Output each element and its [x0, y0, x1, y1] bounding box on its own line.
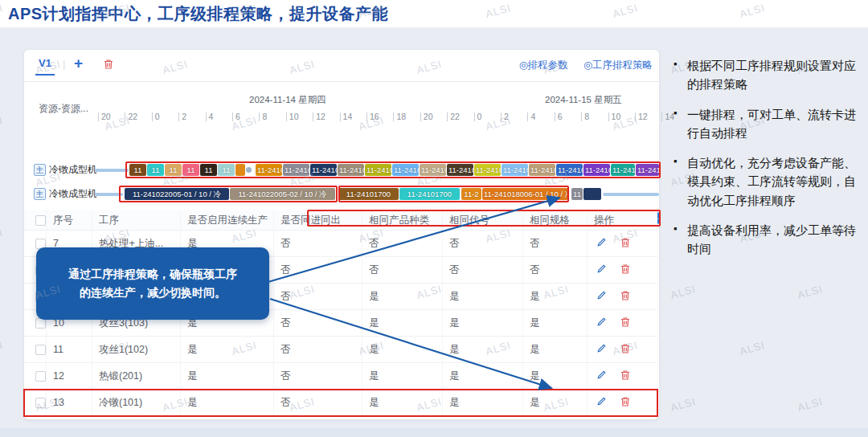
gantt-bar[interactable]: 11	[200, 164, 217, 176]
table-cell: 是	[362, 310, 443, 336]
edit-button[interactable]	[596, 343, 607, 357]
scheduling-panel: V1 | + ◎排程参数 ◎工序排程策略 资源-资源... 2024-11-14…	[24, 50, 659, 419]
callout-line2: 的连续生产，减少切换时间。	[36, 284, 269, 302]
gantt-tick-label: 10	[608, 112, 621, 121]
watermark-text: ALSI	[0, 339, 5, 357]
gantt-bar[interactable]: 11-24101	[310, 164, 337, 176]
gantt-bar[interactable]: 11	[165, 164, 182, 176]
edit-button[interactable]	[596, 290, 607, 304]
gantt-bar[interactable]: 11-24101	[583, 164, 610, 176]
gantt-day-label: 2024-11-14 星期四	[249, 94, 326, 106]
gantt-bar[interactable]: 11-24101	[502, 164, 528, 176]
table-cell: 否	[274, 310, 362, 336]
row-actions	[588, 390, 657, 415]
table-cell: 是	[443, 337, 523, 362]
delete-button[interactable]	[620, 370, 631, 383]
table-cell: 是	[443, 310, 523, 336]
trash-icon	[103, 59, 114, 70]
table-cell	[24, 390, 47, 415]
row-actions	[588, 310, 657, 336]
trash-icon	[620, 343, 631, 354]
gantt-bar[interactable]: 11	[218, 164, 235, 176]
gantt-bar[interactable]: 11	[571, 188, 583, 200]
gantt-tick-label: 12	[313, 112, 326, 121]
row-actions	[588, 257, 657, 283]
gantt-bar[interactable]: 11-241022005-01 / 10 / 冷	[125, 188, 229, 200]
gantt-bar[interactable]: 11-2410	[611, 164, 635, 176]
row-checkbox[interactable]	[35, 345, 46, 355]
table-header-cell: 相同产品种类	[362, 210, 443, 230]
process-strategy-button[interactable]: ◎工序排程策略	[583, 59, 653, 71]
table-cell: 否	[523, 231, 588, 256]
gantt-bar[interactable]: 11-24101	[556, 164, 583, 176]
select-all-checkbox[interactable]	[35, 215, 46, 226]
edit-button[interactable]	[596, 370, 607, 383]
table-cell: 否	[274, 337, 362, 362]
edit-button[interactable]	[596, 237, 607, 251]
page: APS计划指挥中心，工序级排程策略，提升设备产能 V1 | + ◎排程参数 ◎工…	[0, 0, 868, 437]
edit-button[interactable]	[596, 317, 607, 330]
edit-icon	[596, 343, 607, 354]
gantt-bar[interactable]: 11-241022005-02 / 10 / 冷	[230, 188, 335, 200]
add-version-button[interactable]: +	[74, 55, 83, 72]
delete-button[interactable]	[620, 290, 631, 304]
gantt-bar[interactable]: 11-24101	[420, 164, 446, 176]
table-cell: 是	[523, 363, 588, 389]
gantt-bar[interactable]: 11	[129, 164, 146, 176]
table-cell: 是	[523, 284, 588, 309]
watermark-text: ALSI	[796, 283, 825, 301]
row-checkbox[interactable]	[35, 398, 46, 408]
gantt-bar[interactable]: 11-24101	[338, 164, 364, 176]
scheduling-params-button[interactable]: ◎排程参数	[519, 59, 568, 71]
gantt-bar[interactable]	[235, 164, 245, 176]
gantt-bar[interactable]: 11	[147, 164, 164, 176]
gantt-bar[interactable]: 11-24101	[365, 164, 391, 176]
delete-button[interactable]	[620, 263, 631, 277]
gantt-bar[interactable]: 11-2410	[636, 164, 659, 176]
row-checkbox[interactable]	[35, 371, 46, 382]
gantt-tick-label: 20	[420, 112, 433, 121]
gantt-bar[interactable]: 11-24101	[283, 164, 309, 176]
version-tab[interactable]: V1	[35, 57, 55, 76]
gantt-bar[interactable]: 11-24101	[529, 164, 555, 176]
table-cell: 否	[274, 390, 362, 415]
gantt-bar[interactable]	[583, 188, 601, 200]
gantt-bar[interactable]: 11-24101	[256, 164, 282, 176]
edit-button[interactable]	[596, 263, 607, 277]
delete-button[interactable]	[620, 343, 631, 357]
table-cell: 是	[523, 310, 588, 336]
table-header-row: 序号工序是否启用连续生产是否同进同出相同产品种类相同代号相同规格操作	[24, 210, 657, 231]
table-cell: 是	[362, 390, 443, 415]
gantt-bar[interactable]: 11-241018006-01 / 10 / 冷	[482, 188, 568, 200]
gantt-bar[interactable]: 11-24101	[392, 164, 419, 176]
gantt-bar[interactable]: 11	[182, 164, 199, 176]
table-cell: 冷镦(101)	[92, 390, 181, 415]
table-row: 13冷镦(101)是否是是是	[24, 390, 657, 416]
gantt-bar[interactable]: 11-2	[461, 188, 481, 200]
gantt-tick-label: 20	[98, 112, 111, 121]
gantt-tick-label: 18	[393, 112, 406, 121]
table-cell: 否	[523, 257, 588, 283]
watermark-text: ALSI	[0, 227, 5, 245]
delete-button[interactable]	[620, 237, 631, 251]
table-cell	[24, 363, 47, 389]
gantt-bar[interactable]: 11-24101700	[399, 188, 460, 200]
sidebar-bullet: 提高设备利用率，减少工单等待时间	[674, 221, 863, 259]
gantt-bar[interactable]: 11-24101	[447, 164, 473, 176]
delete-button[interactable]	[620, 317, 631, 330]
watermark-text: ALSI	[0, 114, 5, 133]
trash-icon	[620, 317, 631, 328]
gantt-chart: 资源-资源... 2024-11-14 星期四 2024-11-15 星期五 2…	[24, 83, 659, 205]
gantt-baseline	[603, 193, 659, 196]
gantt-tick-label: 8	[581, 112, 589, 121]
gantt-tick-label: 8	[259, 112, 267, 121]
gantt-tick-label: 2	[178, 112, 186, 121]
gantt-bar[interactable]: 11-24101	[474, 164, 501, 176]
edit-button[interactable]	[596, 396, 607, 410]
delete-button[interactable]	[620, 396, 631, 410]
delete-version-button[interactable]	[103, 59, 114, 73]
table-row: 11攻丝1(102)是否是是是	[24, 337, 657, 363]
watermark-text: ALSI	[669, 395, 698, 414]
gantt-bar[interactable]: 11-24101700	[338, 188, 399, 200]
gantt-row-label: 主冷镦成型机...	[34, 162, 96, 177]
